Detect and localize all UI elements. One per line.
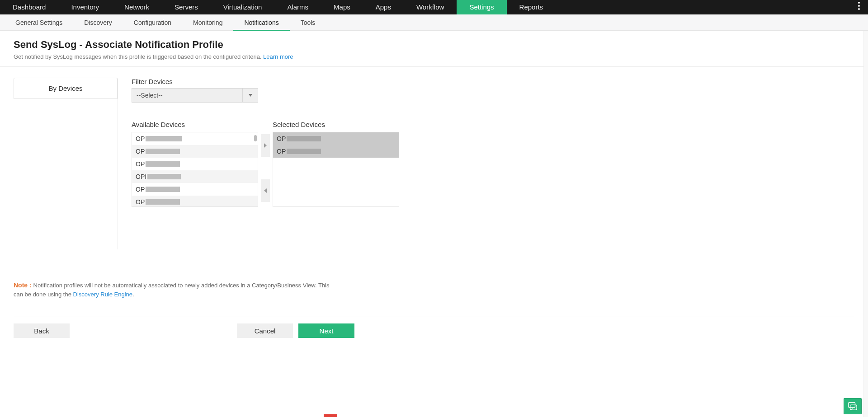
list-item[interactable]: OP	[132, 158, 258, 170]
device-prefix: OP	[136, 148, 145, 155]
device-prefix: OPI	[136, 173, 146, 180]
device-prefix: OP	[277, 135, 286, 142]
vertical-divider	[118, 78, 118, 249]
masked-text	[146, 187, 180, 192]
masked-text	[146, 136, 182, 141]
device-prefix: OP	[136, 186, 145, 193]
scrollbar-thumb[interactable]	[254, 135, 257, 141]
list-item[interactable]: OP	[273, 132, 399, 145]
footer-buttons: Back Cancel Next	[0, 317, 868, 351]
masked-text	[287, 136, 321, 141]
tab-by-devices[interactable]: By Devices	[14, 78, 118, 99]
selected-devices-label: Selected Devices	[273, 121, 399, 128]
available-devices-list[interactable]: OP OP OP OPI OP OP	[132, 132, 258, 207]
kebab-menu-icon[interactable]	[858, 2, 860, 10]
list-item[interactable]: OP	[132, 145, 258, 158]
device-prefix: OP	[136, 160, 145, 168]
nav-network[interactable]: Network	[112, 0, 162, 14]
note-text-part2: .	[132, 291, 134, 298]
list-item[interactable]: OPI	[132, 170, 258, 183]
subnav-discovery[interactable]: Discovery	[73, 14, 123, 31]
available-devices-label: Available Devices	[132, 121, 258, 128]
chat-icon	[848, 402, 858, 411]
masked-text	[146, 149, 180, 154]
masked-text	[147, 174, 181, 179]
chat-widget-button[interactable]	[844, 398, 862, 414]
list-item[interactable]: OP	[273, 145, 399, 158]
note-block: Note : Notification profiles will not be…	[0, 281, 344, 299]
chevron-right-icon	[264, 143, 267, 148]
list-item[interactable]: OP	[132, 183, 258, 196]
note-text: Notification profiles will not be automa…	[14, 282, 329, 298]
subnav-configuration[interactable]: Configuration	[123, 14, 182, 31]
back-button[interactable]: Back	[14, 323, 70, 338]
move-right-button[interactable]	[261, 134, 270, 157]
discovery-rule-engine-link[interactable]: Discovery Rule Engine	[73, 291, 133, 298]
device-prefix: OP	[277, 148, 286, 155]
nav-apps[interactable]: Apps	[363, 0, 404, 14]
filter-devices-select[interactable]: --Select--	[132, 88, 258, 103]
device-prefix: OP	[136, 198, 145, 206]
selected-devices-list[interactable]: OP OP	[273, 132, 399, 207]
nav-reports[interactable]: Reports	[507, 0, 556, 14]
nav-alarms[interactable]: Alarms	[274, 0, 321, 14]
device-prefix: OP	[136, 135, 145, 142]
page-description: Get notified by SysLog messages when thi…	[14, 53, 854, 60]
top-nav: Dashboard Inventory Network Servers Virt…	[0, 0, 868, 14]
masked-text	[146, 199, 180, 205]
nav-settings[interactable]: Settings	[457, 0, 506, 14]
transfer-arrows	[258, 121, 273, 207]
list-item[interactable]: OP	[132, 196, 258, 207]
subnav-general-settings[interactable]: General Settings	[5, 14, 73, 31]
right-scrollbar-track[interactable]	[863, 31, 868, 417]
select-value: --Select--	[132, 89, 242, 102]
filter-devices-label: Filter Devices	[132, 78, 421, 85]
move-left-button[interactable]	[261, 179, 270, 202]
sub-nav: General Settings Discovery Configuration…	[0, 14, 868, 31]
chevron-down-icon	[242, 89, 258, 102]
subnav-tools[interactable]: Tools	[290, 14, 326, 31]
subnav-monitoring[interactable]: Monitoring	[182, 14, 233, 31]
cancel-button[interactable]: Cancel	[237, 323, 293, 338]
page-title: Send SysLog - Associate Notification Pro…	[14, 39, 854, 51]
subnav-notifications[interactable]: Notifications	[233, 14, 289, 31]
note-text-part1: Notification profiles will not be automa…	[14, 282, 329, 298]
divider	[0, 66, 868, 67]
list-item[interactable]: OP	[132, 132, 258, 145]
nav-maps[interactable]: Maps	[321, 0, 363, 14]
nav-workflow[interactable]: Workflow	[404, 0, 457, 14]
masked-text	[146, 161, 180, 167]
chevron-left-icon	[264, 188, 267, 193]
bottom-progress-indicator	[324, 414, 337, 417]
nav-dashboard[interactable]: Dashboard	[0, 0, 58, 14]
next-button[interactable]: Next	[298, 323, 354, 338]
nav-servers[interactable]: Servers	[162, 0, 211, 14]
note-label: Note :	[14, 281, 33, 289]
page-desc-text: Get notified by SysLog messages when thi…	[14, 53, 263, 60]
masked-text	[287, 149, 321, 154]
nav-inventory[interactable]: Inventory	[58, 0, 112, 14]
learn-more-link[interactable]: Learn more	[263, 53, 293, 60]
nav-virtualization[interactable]: Virtualization	[211, 0, 275, 14]
left-tabs: By Devices	[14, 78, 118, 249]
